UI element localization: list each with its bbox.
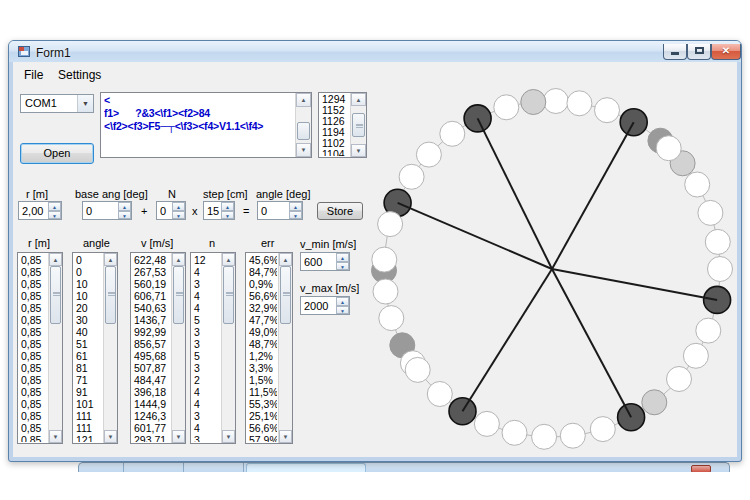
spin-down-icon[interactable]: ▼ (118, 211, 131, 220)
list-scrollbar[interactable]: ▲▼ (103, 253, 117, 443)
list-item[interactable]: 111 (73, 410, 102, 422)
list-item[interactable]: 992,99 (131, 326, 170, 338)
list-item[interactable]: 3 (191, 326, 220, 338)
spin-down-icon[interactable]: ▼ (48, 211, 61, 220)
spin-up-icon[interactable]: ▲ (118, 202, 131, 211)
list-item[interactable]: 57,9% (246, 434, 277, 442)
spin-down-icon[interactable]: ▼ (336, 262, 349, 271)
list-item[interactable]: 12 (191, 254, 220, 266)
list-item[interactable]: 0,85 (18, 314, 47, 326)
scrollbar-thumb[interactable] (223, 266, 234, 324)
list-item[interactable]: 111 (73, 422, 102, 434)
scroll-up-icon[interactable]: ▲ (279, 253, 292, 266)
list-item[interactable]: 1,2% (246, 350, 277, 362)
base-ang-spinner[interactable]: 0 ▲▼ (82, 201, 132, 220)
list-item[interactable]: 0,85 (18, 350, 47, 362)
list-item[interactable]: 51 (73, 338, 102, 350)
step-spinner[interactable]: 15 ▲▼ (203, 201, 235, 220)
angle-listbox[interactable]: 0010102030405161817191101111111121▲▼ (72, 252, 118, 444)
list-item[interactable]: 0,85 (18, 290, 47, 302)
r-spinner[interactable]: 2,00 ▲▼ (18, 201, 62, 220)
list-item[interactable]: 4 (191, 398, 220, 410)
list-item[interactable]: 5 (191, 350, 220, 362)
com-port-select[interactable]: COM1 ▼ (20, 94, 94, 113)
list-scrollbar[interactable]: ▲▼ (171, 253, 185, 443)
n-spinner[interactable]: 0 ▲▼ (156, 201, 186, 220)
r-value[interactable]: 2,00 (22, 205, 43, 217)
list-item[interactable]: 11,5% (246, 386, 277, 398)
list-item[interactable]: 4 (191, 266, 220, 278)
list-item[interactable]: 4 (191, 290, 220, 302)
list-item[interactable]: 2 (191, 374, 220, 386)
list-item[interactable]: 0,85 (18, 326, 47, 338)
scroll-up-icon[interactable]: ▲ (222, 253, 235, 266)
spin-up-icon[interactable]: ▲ (172, 202, 185, 211)
list-item[interactable]: 622,48 (131, 254, 170, 266)
list-item[interactable]: 0 (73, 266, 102, 278)
list-scrollbar[interactable]: ▲▼ (48, 253, 62, 443)
minimize-button[interactable] (663, 44, 687, 60)
list-item[interactable]: 61 (73, 350, 102, 362)
spin-up-icon[interactable]: ▲ (336, 297, 349, 306)
scroll-down-icon[interactable]: ▼ (49, 430, 62, 443)
scroll-up-icon[interactable]: ▲ (296, 93, 311, 107)
list-item[interactable]: 5 (191, 314, 220, 326)
list-item[interactable]: 10 (73, 290, 102, 302)
v-min-spinner[interactable]: 600 ▲▼ (300, 252, 350, 271)
list-item[interactable]: 0,85 (18, 410, 47, 422)
close-button[interactable]: ✕ (711, 44, 741, 60)
list-scrollbar[interactable]: ▲▼ (221, 253, 235, 443)
list-item[interactable]: 293,71 (131, 434, 170, 442)
list-item[interactable]: 0,9% (246, 278, 277, 290)
spin-down-icon[interactable]: ▼ (336, 306, 349, 315)
n-listbox[interactable]: 12434453353244343▲▼ (190, 252, 236, 444)
list-item[interactable]: 3 (191, 338, 220, 350)
scrollbar-thumb[interactable] (105, 266, 116, 324)
spin-down-icon[interactable]: ▼ (289, 211, 302, 220)
list-item[interactable]: 3 (191, 410, 220, 422)
list-item[interactable]: 48,7% (246, 338, 277, 350)
spin-down-icon[interactable]: ▼ (221, 211, 234, 220)
list-item[interactable]: 560,19 (131, 278, 170, 290)
list-item[interactable]: 0,85 (18, 254, 47, 266)
list-item[interactable]: 40 (73, 326, 102, 338)
list-item[interactable]: 0,85 (18, 362, 47, 374)
list-item[interactable]: 4 (191, 422, 220, 434)
scroll-down-icon[interactable]: ▼ (222, 430, 235, 443)
list-item[interactable]: 0,85 (18, 422, 47, 434)
list-item[interactable]: 56,6% (246, 290, 277, 302)
list-item[interactable]: 4 (191, 302, 220, 314)
scroll-up-icon[interactable]: ▲ (49, 253, 62, 266)
list-item[interactable]: 1,5% (246, 374, 277, 386)
list-item[interactable]: 3 (191, 434, 220, 442)
list-item[interactable]: 81 (73, 362, 102, 374)
list-item[interactable]: 0,85 (18, 302, 47, 314)
list-item[interactable]: 47,7% (246, 314, 277, 326)
scroll-down-icon[interactable]: ▼ (104, 430, 117, 443)
list-item[interactable]: 30 (73, 314, 102, 326)
list-item[interactable]: 0,85 (18, 398, 47, 410)
list-item[interactable]: 484,47 (131, 374, 170, 386)
scroll-down-icon[interactable]: ▼ (279, 430, 292, 443)
err-listbox[interactable]: 45,6%84,7%0,9%56,6%32,9%47,7%49,0%48,7%1… (245, 252, 293, 444)
background-window-strip[interactable] (78, 462, 730, 472)
spin-up-icon[interactable]: ▲ (336, 253, 349, 262)
base-ang-value[interactable]: 0 (86, 205, 92, 217)
spin-down-icon[interactable]: ▼ (172, 211, 185, 220)
angle-value[interactable]: 0 (261, 205, 267, 217)
list-item[interactable]: 84,7% (246, 266, 277, 278)
list-item[interactable]: 856,57 (131, 338, 170, 350)
list-item[interactable]: 0,85 (18, 374, 47, 386)
list-item[interactable]: 396,18 (131, 386, 170, 398)
list-item[interactable]: 121 (73, 434, 102, 442)
list-item[interactable]: 507,87 (131, 362, 170, 374)
serial-terminal[interactable]: < f1> ?&3<\f1><f2>84 <\f2><f3>F5─┬<\f3><… (100, 92, 312, 158)
list-item[interactable]: 3 (191, 278, 220, 290)
list-item[interactable]: 540,63 (131, 302, 170, 314)
list-item[interactable]: 0 (73, 254, 102, 266)
list-item[interactable]: 55,3% (246, 398, 277, 410)
store-button[interactable]: Store (317, 202, 363, 220)
list-item[interactable]: 1436,7 (131, 314, 170, 326)
list-item[interactable]: 3,3% (246, 362, 277, 374)
angle-spinner[interactable]: 0 ▲▼ (257, 201, 303, 220)
